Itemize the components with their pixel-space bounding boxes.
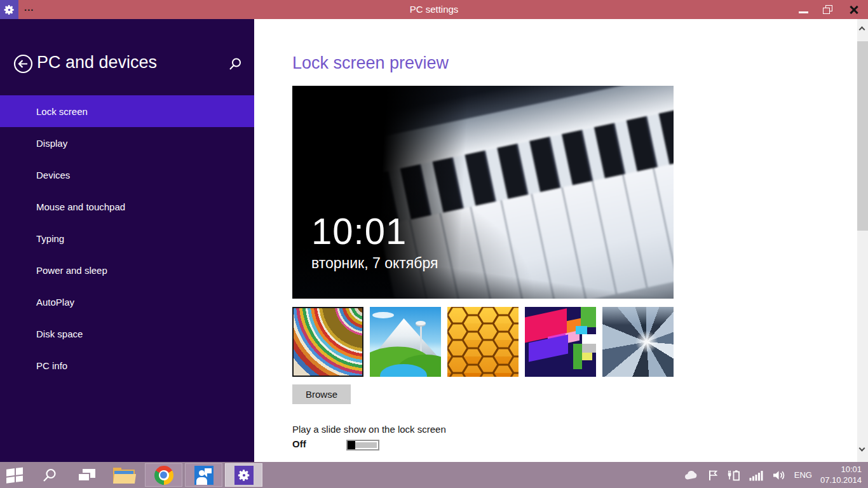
slideshow-toggle[interactable] [346, 440, 379, 451]
thumbnail-honeycomb[interactable] [447, 307, 519, 377]
sidebar: PC and devices Lock screen Display Devic… [0, 19, 254, 462]
settings-gear-tile [234, 466, 254, 485]
chrome-taskbar-button[interactable] [145, 463, 182, 487]
sidebar-item-autoplay[interactable]: AutoPlay [0, 286, 254, 318]
sidebar-item-power-sleep[interactable]: Power and sleep [0, 254, 254, 286]
task-view-button[interactable] [78, 469, 95, 482]
search-icon [42, 468, 57, 483]
taskbar-clock[interactable]: 10:01 07.10.2014 [820, 464, 862, 486]
lock-date: вторник, 7 октября [311, 255, 438, 272]
system-tray: ENG 10:01 07.10.2014 [684, 462, 862, 488]
file-explorer-button[interactable] [113, 468, 135, 484]
toggle-knob[interactable] [348, 441, 355, 449]
lock-time: 10:01 [311, 213, 438, 250]
back-button[interactable] [13, 54, 33, 74]
settings-nav: Lock screen Display Devices Mouse and to… [0, 95, 254, 381]
windows-logo-icon [6, 467, 24, 484]
section-heading: Lock screen preview [292, 53, 449, 73]
sidebar-item-mouse-touchpad[interactable]: Mouse and touchpad [0, 191, 254, 222]
sidebar-item-pc-info[interactable]: PC info [0, 349, 254, 381]
language-indicator[interactable]: ENG [794, 470, 812, 480]
people-icon [194, 466, 214, 485]
taskbar: ENG 10:01 07.10.2014 [0, 462, 868, 488]
thumbnail-geometric-shapes[interactable] [525, 307, 596, 377]
network-signal-icon[interactable] [749, 470, 764, 481]
sidebar-item-devices[interactable]: Devices [0, 159, 254, 191]
thumbnail-colorful-stripes[interactable] [292, 307, 363, 377]
sidebar-item-disk-space[interactable]: Disk space [0, 318, 254, 349]
onedrive-cloud-icon[interactable] [684, 470, 699, 481]
start-button[interactable] [6, 468, 24, 483]
minimize-button[interactable] [792, 0, 816, 19]
scroll-down-arrow[interactable] [857, 446, 868, 457]
window-controls [792, 0, 868, 19]
taskbar-date: 07.10.2014 [820, 475, 862, 486]
sidebar-item-display[interactable]: Display [0, 127, 254, 159]
back-arrow-circle-icon [13, 54, 33, 74]
window-title: PC settings [0, 0, 868, 19]
page-title: PC and devices [37, 53, 157, 72]
titlebar: ... PC settings [0, 0, 868, 19]
lock-screen-preview-image: 10:01 вторник, 7 октября [292, 86, 674, 299]
taskbar-search-button[interactable] [42, 468, 57, 485]
browse-button[interactable]: Browse [292, 384, 351, 404]
battery-charging-icon[interactable] [727, 469, 741, 482]
thumbnail-light-tunnel[interactable] [602, 307, 674, 377]
gear-icon [237, 468, 251, 482]
chrome-icon [154, 466, 173, 485]
sidebar-item-lock-screen[interactable]: Lock screen [0, 95, 254, 127]
close-button[interactable] [840, 0, 868, 19]
main-content: Lock screen preview 10:01 вторник, 7 окт… [254, 19, 857, 462]
taskbar-time: 10:01 [820, 464, 862, 475]
sidebar-item-typing[interactable]: Typing [0, 222, 254, 254]
restore-button[interactable] [816, 0, 840, 19]
search-icon[interactable] [228, 57, 242, 71]
minimize-icon [799, 11, 808, 13]
window-body: PC and devices Lock screen Display Devic… [0, 19, 868, 462]
lock-screen-clock: 10:01 вторник, 7 октября [311, 213, 438, 272]
thumbnail-mountain-landscape[interactable] [370, 307, 441, 377]
slideshow-label: Play a slide show on the lock screen [292, 424, 446, 435]
scrollbar-thumb[interactable] [857, 41, 868, 231]
scroll-up-arrow[interactable] [857, 25, 868, 36]
volume-icon[interactable] [772, 469, 786, 482]
scrollbar[interactable] [857, 19, 868, 462]
people-app-taskbar-button[interactable] [185, 463, 222, 487]
slideshow-toggle-row: Off [292, 438, 483, 452]
action-center-flag-icon[interactable] [707, 469, 719, 482]
background-thumbnails [292, 307, 674, 377]
pc-settings-app: ... PC settings PC and devices Lock scre… [0, 0, 868, 488]
pc-settings-taskbar-button[interactable] [225, 463, 262, 487]
slideshow-toggle-state: Off [292, 438, 306, 449]
